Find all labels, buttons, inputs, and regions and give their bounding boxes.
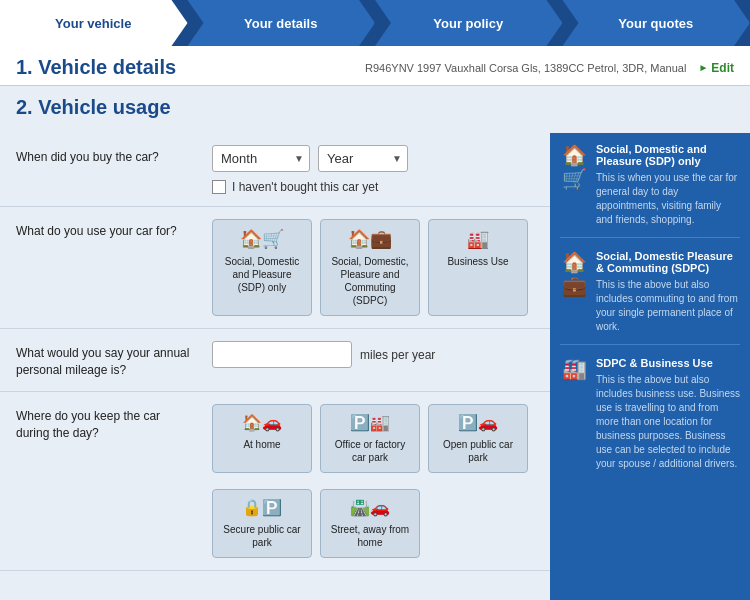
office-factory-label: Office or factory car park (335, 439, 405, 463)
location-btn-open-public[interactable]: 🅿️🚗 Open public car park (428, 404, 528, 473)
miles-per-year-label: miles per year (360, 348, 435, 362)
location-btn-at-home[interactable]: 🏠🚗 At home (212, 404, 312, 473)
sidebar-business-icon: 🏭 (560, 357, 588, 471)
vehicle-details-title: 1. Vehicle details (16, 56, 176, 79)
sidebar-sdp-icon: 🏠🛒 (560, 143, 588, 227)
usage-btn-business[interactable]: 🏭 Business Use (428, 219, 528, 316)
main-form: When did you buy the car? Month January … (0, 133, 550, 600)
main-content: 1. Vehicle details R946YNV 1997 Vauxhall… (0, 46, 750, 600)
tab-your-details[interactable]: Your details (188, 0, 376, 46)
sidebar-business-description: This is the above but also includes busi… (596, 373, 740, 471)
open-public-label: Open public car park (443, 439, 513, 463)
purchase-date-row: When did you buy the car? Month January … (0, 133, 550, 207)
sdp-icon: 🏠🛒 (219, 228, 305, 251)
month-select[interactable]: Month January February March April May J… (212, 145, 310, 172)
usage-buttons-group: 🏠🛒 Social, Domestic and Pleasure (SDP) o… (212, 219, 534, 316)
sidebar-business-text: SDPC & Business Use This is the above bu… (596, 357, 740, 471)
not-bought-checkbox[interactable] (212, 180, 226, 194)
tab-your-vehicle[interactable]: Your vehicle (0, 0, 188, 46)
office-factory-icon: 🅿️🏭 (327, 413, 413, 434)
sidebar-sdpc-icon: 🏠💼 (560, 250, 588, 334)
open-public-icon: 🅿️🚗 (435, 413, 521, 434)
car-use-controls: 🏠🛒 Social, Domestic and Pleasure (SDP) o… (212, 219, 534, 316)
location-btn-street-away[interactable]: 🛣️🚗 Street, away from home (320, 489, 420, 558)
sidebar-sdpc-text: Social, Domestic Pleasure & Commuting (S… (596, 250, 740, 334)
sdpc-label: Social, Domestic, Pleasure and Commuting… (331, 256, 408, 306)
parking-row: Where do you keep the car during the day… (0, 392, 550, 571)
content-with-sidebar: When did you buy the car? Month January … (0, 133, 750, 600)
business-icon: 🏭 (435, 228, 521, 251)
vehicle-info-text: R946YNV 1997 Vauxhall Corsa Gls, 1389CC … (365, 62, 686, 74)
info-sidebar: 🏠🛒 Social, Domestic and Pleasure (SDP) o… (550, 133, 750, 600)
sidebar-sdpc-title: Social, Domestic Pleasure & Commuting (S… (596, 250, 740, 274)
car-use-row: What do you use your car for? 🏠🛒 Social,… (0, 207, 550, 329)
mileage-row: What would you say your annual personal … (0, 329, 550, 392)
sidebar-sdp-text: Social, Domestic and Pleasure (SDP) only… (596, 143, 740, 227)
car-use-label: What do you use your car for? (16, 219, 196, 240)
year-select[interactable]: Year 2024 2023 2022 2021 2020 2019 2018 … (318, 145, 408, 172)
not-bought-label: I haven't bought this car yet (232, 180, 378, 194)
tab-your-policy[interactable]: Your policy (375, 0, 563, 46)
purchase-date-controls: Month January February March April May J… (212, 145, 534, 194)
sidebar-item-business: 🏭 SDPC & Business Use This is the above … (560, 357, 740, 481)
location-btn-secure-public[interactable]: 🔒🅿️ Secure public car park (212, 489, 312, 558)
at-home-icon: 🏠🚗 (219, 413, 305, 434)
vehicle-details-section: 1. Vehicle details R946YNV 1997 Vauxhall… (0, 46, 750, 86)
business-label: Business Use (447, 256, 508, 267)
mileage-controls: miles per year (212, 341, 534, 368)
sdp-label: Social, Domestic and Pleasure (SDP) only (225, 256, 299, 293)
navigation-tabs: Your vehicle Your details Your policy Yo… (0, 0, 750, 46)
location-btn-office-factory[interactable]: 🅿️🏭 Office or factory car park (320, 404, 420, 473)
date-selects-row: Month January February March April May J… (212, 145, 534, 172)
edit-arrow-icon: ► (698, 62, 708, 73)
sidebar-sdpc-description: This is the above but also includes comm… (596, 278, 740, 334)
mileage-label: What would you say your annual personal … (16, 341, 196, 379)
parking-label: Where do you keep the car during the day… (16, 404, 196, 442)
vehicle-usage-title: 2. Vehicle usage (16, 96, 734, 119)
secure-public-label: Secure public car park (223, 524, 300, 548)
not-bought-row: I haven't bought this car yet (212, 180, 534, 194)
sidebar-item-sdp: 🏠🛒 Social, Domestic and Pleasure (SDP) o… (560, 143, 740, 238)
mileage-input[interactable] (212, 341, 352, 368)
tab-your-quotes[interactable]: Your quotes (563, 0, 751, 46)
sidebar-business-title: SDPC & Business Use (596, 357, 740, 369)
street-away-label: Street, away from home (331, 524, 409, 548)
year-select-wrapper: Year 2024 2023 2022 2021 2020 2019 2018 … (318, 145, 408, 172)
month-select-wrapper: Month January February March April May J… (212, 145, 310, 172)
sidebar-sdp-title: Social, Domestic and Pleasure (SDP) only (596, 143, 740, 167)
mileage-input-row: miles per year (212, 341, 534, 368)
at-home-label: At home (243, 439, 280, 450)
sidebar-item-sdpc: 🏠💼 Social, Domestic Pleasure & Commuting… (560, 250, 740, 345)
parking-controls: 🏠🚗 At home 🅿️🏭 Office or factory car par… (212, 404, 534, 558)
edit-link[interactable]: ► Edit (698, 61, 734, 75)
usage-btn-sdp[interactable]: 🏠🛒 Social, Domestic and Pleasure (SDP) o… (212, 219, 312, 316)
location-buttons-group-2: 🔒🅿️ Secure public car park 🛣️🚗 Street, a… (212, 489, 534, 558)
purchase-date-label: When did you buy the car? (16, 145, 196, 166)
street-away-icon: 🛣️🚗 (327, 498, 413, 519)
sidebar-sdp-description: This is when you use the car for general… (596, 171, 740, 227)
location-buttons-group: 🏠🚗 At home 🅿️🏭 Office or factory car par… (212, 404, 534, 473)
vehicle-usage-header: 2. Vehicle usage (0, 86, 750, 133)
secure-public-icon: 🔒🅿️ (219, 498, 305, 519)
usage-btn-sdpc[interactable]: 🏠💼 Social, Domestic, Pleasure and Commut… (320, 219, 420, 316)
sdpc-icon: 🏠💼 (327, 228, 413, 251)
